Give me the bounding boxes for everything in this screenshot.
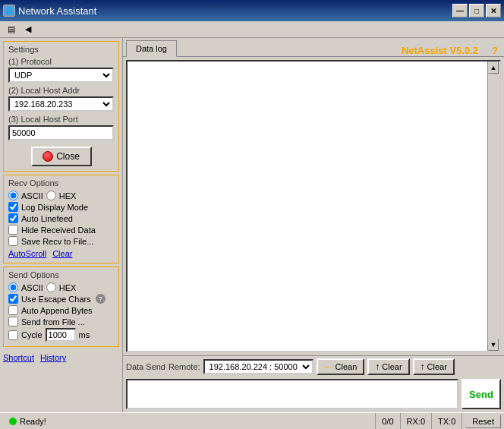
reset-button[interactable]: Reset [465, 415, 501, 428]
recv-clear-link[interactable]: Clear [52, 249, 72, 258]
menu-icon-1[interactable]: ▤ [3, 23, 20, 36]
save-recv-row: Save Recv to File... [8, 236, 114, 246]
close-dot-icon [43, 151, 53, 162]
help-icon[interactable]: ? [492, 45, 498, 56]
tab-data-log-label: Data log [136, 44, 167, 53]
remote-address-select[interactable]: 192.168.20.224 : 50000 [203, 359, 313, 374]
recv-hex-radio[interactable] [46, 191, 56, 200]
local-host-port-label: (3) Local Host Port [8, 115, 114, 124]
local-host-addr-select[interactable]: 192.168.20.233 [8, 96, 114, 112]
cycle-label: Cycle [21, 330, 43, 339]
hide-received-data-label: Hide Received Data [21, 226, 96, 235]
recv-hex-label: HEX [59, 191, 77, 200]
status-indicator-icon [9, 418, 17, 425]
local-host-port-input[interactable] [8, 125, 114, 140]
cycle-checkbox[interactable] [8, 330, 18, 340]
close-button[interactable]: Close [31, 147, 92, 166]
status-ready-text: Ready! [20, 417, 46, 426]
scroll-down-btn[interactable]: ▼ [488, 339, 499, 351]
send-area: Send [123, 377, 504, 412]
auto-linefeed-checkbox[interactable] [8, 213, 18, 223]
log-display-mode-checkbox[interactable] [8, 202, 18, 212]
send-hex-label: HEX [59, 283, 77, 292]
recv-ascii-radio[interactable] [8, 191, 18, 200]
recv-options-group: Recv Options ASCII HEX Log Display Mode … [3, 175, 119, 263]
log-display-mode-row: Log Display Mode [8, 202, 114, 212]
send-options-group: Send Options ASCII HEX Use Escape Chars … [3, 267, 119, 347]
minimize-button[interactable]: — [452, 4, 468, 17]
log-scrollbar[interactable]: ▲ ▼ [487, 62, 499, 351]
cycle-unit-label: ms [79, 330, 90, 339]
status-tx-text: TX:0 [438, 417, 455, 426]
bottom-links: Shortcut History [3, 350, 119, 362]
hide-received-data-row: Hide Received Data [8, 225, 114, 235]
recv-format-row: ASCII HEX [8, 191, 114, 200]
recycle-icon-1: ↑ [375, 361, 380, 372]
title-bar: 🌐 Network Assistant — □ ✕ [0, 0, 504, 21]
send-hex-radio[interactable] [46, 282, 56, 292]
diamond-icon: ◇ [481, 45, 489, 56]
window-controls: — □ ✕ [452, 4, 501, 17]
recv-links-row: AutoScroll Clear [8, 249, 114, 258]
recv-options-title: Recv Options [8, 178, 114, 188]
cycle-row: Cycle ms [8, 328, 114, 342]
clear-button-2[interactable]: ↑ Clear [413, 358, 455, 375]
history-link[interactable]: History [40, 353, 66, 362]
main-content: Settings (1) Protocol UDP TCP Client TCP… [0, 38, 504, 412]
scroll-track [488, 74, 499, 339]
scroll-up-btn[interactable]: ▲ [488, 62, 499, 74]
send-from-file-checkbox[interactable] [8, 317, 18, 326]
send-ascii-radio[interactable] [8, 282, 18, 292]
settings-group: Settings (1) Protocol UDP TCP Client TCP… [3, 41, 119, 172]
remote-label: Remote: [169, 362, 200, 371]
use-escape-chars-checkbox[interactable] [8, 294, 18, 304]
window-title: Network Assistant [18, 5, 96, 17]
escape-chars-info-icon[interactable]: ? [96, 294, 106, 304]
hide-received-data-checkbox[interactable] [8, 225, 18, 235]
clear-button-2-label: Clear [427, 362, 447, 371]
title-bar-left: 🌐 Network Assistant [3, 5, 96, 17]
send-from-file-row: Send from File ... [8, 317, 114, 326]
clean-arrow-icon: ← [324, 361, 333, 372]
maximize-button[interactable]: □ [469, 4, 484, 17]
protocol-select[interactable]: UDP TCP Client TCP Server [8, 68, 114, 83]
shortcut-link[interactable]: Shortcut [3, 353, 34, 362]
data-send-label: Data Send [126, 362, 165, 371]
status-tx-segment: TX:0 [432, 413, 462, 429]
app-icon: 🌐 [3, 5, 15, 17]
log-display-mode-label: Log Display Mode [21, 203, 88, 212]
autoscroll-link[interactable]: AutoScroll [8, 249, 46, 258]
auto-append-bytes-label: Auto Append Bytes [21, 306, 93, 315]
recv-ascii-label: ASCII [21, 191, 43, 200]
tab-bar: Data log NetAssist V5.0.2 ◇ ? [123, 38, 504, 57]
brand-area: NetAssist V5.0.2 ◇ ? [402, 45, 501, 56]
right-panel: Data log NetAssist V5.0.2 ◇ ? ▲ ▼ Data S… [123, 38, 504, 412]
auto-linefeed-row: Auto Linefeed [8, 213, 114, 223]
settings-title: Settings [8, 45, 114, 54]
menu-icon-2[interactable]: ◀ [20, 23, 36, 36]
recycle-icon-2: ↑ [421, 361, 425, 372]
use-escape-chars-label: Use Escape Chars [21, 295, 91, 304]
status-bar: Ready! 0/0 RX:0 TX:0 Reset [0, 412, 504, 429]
clean-button[interactable]: ← Clean [317, 358, 365, 375]
send-textarea[interactable] [126, 379, 458, 409]
save-recv-label: Save Recv to File... [21, 237, 93, 246]
protocol-label: (1) Protocol [8, 57, 114, 66]
status-rx-text: RX:0 [407, 417, 425, 426]
close-window-button[interactable]: ✕ [486, 4, 501, 17]
data-send-bar: Data Send Remote: 192.168.20.224 : 50000… [123, 355, 504, 377]
save-recv-checkbox[interactable] [8, 236, 18, 246]
log-area[interactable]: ▲ ▼ [126, 60, 501, 352]
tab-data-log[interactable]: Data log [126, 40, 177, 57]
brand-text-label: NetAssist V5.0.2 [402, 45, 478, 56]
clear-button-1-label: Clear [382, 362, 402, 371]
auto-append-bytes-checkbox[interactable] [8, 305, 18, 315]
send-from-file-label: Send from File ... [21, 317, 85, 326]
cycle-value-input[interactable] [46, 328, 76, 342]
send-button[interactable]: Send [461, 379, 501, 409]
clear-button-1[interactable]: ↑ Clear [367, 358, 409, 375]
menu-bar: ▤ ◀ [0, 21, 504, 38]
use-escape-chars-row: Use Escape Chars ? [8, 294, 114, 304]
send-options-title: Send Options [8, 270, 114, 279]
status-rx-segment: RX:0 [401, 413, 432, 429]
